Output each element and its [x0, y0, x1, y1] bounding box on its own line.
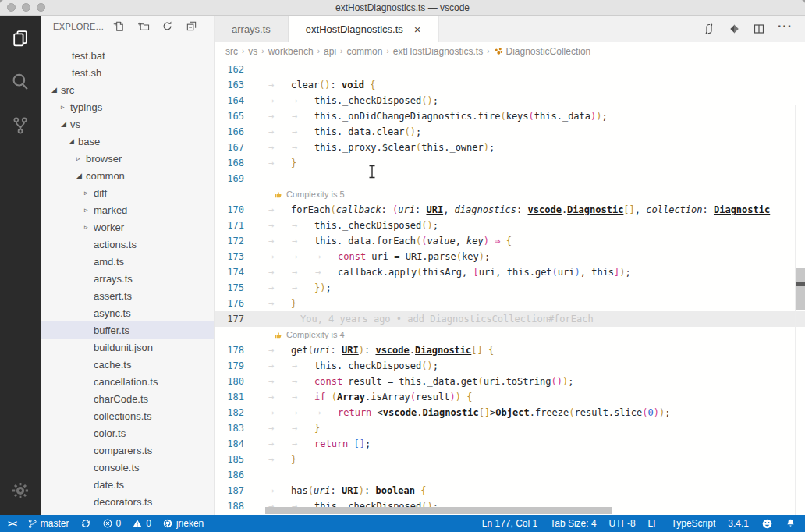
- code-line-179[interactable]: 179→→this._checkDisposed();: [215, 358, 805, 374]
- tree-item-worker[interactable]: ▹worker: [41, 218, 214, 236]
- status-github[interactable]: jrieken: [162, 518, 204, 529]
- tab-arrays.ts[interactable]: arrays.ts: [215, 16, 289, 42]
- status-remote[interactable]: ><: [8, 519, 16, 528]
- code-line-167[interactable]: 167→→this._proxy.$clear(this._owner);: [215, 140, 805, 155]
- tree-item-marked[interactable]: ▹marked: [41, 201, 214, 218]
- status-warning[interactable]: 0: [132, 518, 151, 529]
- breadcrumb-item[interactable]: extHostDiagnostics.ts: [393, 46, 483, 57]
- tree-item-date.ts[interactable]: date.ts: [41, 476, 214, 493]
- code-line-169[interactable]: 169: [215, 171, 805, 186]
- code-line-166[interactable]: 166→→this._data.clear();: [215, 124, 805, 140]
- tree-item-test.bat[interactable]: test.bat: [41, 47, 214, 64]
- code-line-186[interactable]: 186: [215, 467, 805, 483]
- code-line-164[interactable]: 164→→this._checkDisposed();: [215, 93, 805, 108]
- code-line-178[interactable]: 178→get(uri: URI): vscode.Diagnostic[] {: [215, 342, 805, 358]
- code-line-171[interactable]: 171→→this._checkDisposed();: [215, 218, 805, 233]
- status-smiley[interactable]: [761, 518, 773, 530]
- new-folder-icon[interactable]: [137, 20, 150, 33]
- status-tab-size-4[interactable]: Tab Size: 4: [550, 518, 596, 529]
- code-line-183[interactable]: 183→→}: [215, 420, 805, 436]
- code-line-185[interactable]: 185→}: [215, 452, 805, 467]
- tree-item-browser[interactable]: ▹browser: [41, 150, 214, 167]
- more-icon[interactable]: ···: [778, 20, 793, 34]
- tree-item-charCode.ts[interactable]: charCode.ts: [41, 390, 214, 407]
- tree-item-base[interactable]: ◢base: [41, 133, 214, 150]
- tree-item-decorators.ts[interactable]: decorators.ts: [41, 493, 214, 510]
- code-line-176[interactable]: 176→}: [215, 296, 805, 311]
- tree-item-amd.ts[interactable]: amd.ts: [41, 253, 214, 270]
- tree-item-buffer.ts[interactable]: buffer.ts: [41, 321, 214, 339]
- status-ln-177-col-1[interactable]: Ln 177, Col 1: [482, 518, 537, 529]
- status-lf[interactable]: LF: [648, 518, 659, 529]
- code-line-175[interactable]: 175→→});: [215, 280, 805, 296]
- tree-item-[interactable]: ··· ········: [41, 37, 214, 47]
- code-line-180[interactable]: 180→→const result = this._data.get(uri.t…: [215, 374, 805, 389]
- tree-item-vs[interactable]: ◢vs: [41, 115, 214, 133]
- tab-extHostDiagnostics.ts[interactable]: extHostDiagnostics.ts×: [289, 16, 439, 42]
- settings-gear-icon[interactable]: [7, 477, 34, 504]
- tree-item-actions.ts[interactable]: actions.ts: [41, 236, 214, 253]
- tree-item-async.ts[interactable]: async.ts: [41, 304, 214, 321]
- code-line-173[interactable]: 173→→→const uri = URI.parse(key);: [215, 249, 805, 264]
- breadcrumb-item[interactable]: vs: [248, 46, 257, 57]
- sync-editor-icon[interactable]: [703, 23, 715, 35]
- open-changes-diamond-icon[interactable]: [728, 23, 740, 35]
- code-line-174[interactable]: 174→→→callback.apply(thisArg, [uri, this…: [215, 264, 805, 280]
- code-line-182[interactable]: 182→→→return <vscode.Diagnostic[]>Object…: [215, 405, 805, 420]
- tree-item-diff[interactable]: ▹diff: [41, 184, 214, 201]
- code-line-168[interactable]: 168→}: [215, 155, 805, 171]
- code-line-172[interactable]: 172→→this._data.forEach((value, key) ⇒ {: [215, 233, 805, 249]
- code-line-content: →}: [268, 296, 805, 311]
- breadcrumb-item[interactable]: workbench: [268, 46, 314, 57]
- status-bell[interactable]: [785, 518, 796, 529]
- tree-item-test.sh[interactable]: test.sh: [41, 64, 214, 81]
- code-line-165[interactable]: 165→→this._onDidChangeDiagnostics.fire(k…: [215, 108, 805, 124]
- collapse-all-icon[interactable]: [186, 20, 198, 33]
- status-error[interactable]: 0: [102, 518, 122, 529]
- tree-item-cancellation.ts[interactable]: cancellation.ts: [41, 373, 214, 390]
- code-lens[interactable]: Complexity is 5: [215, 186, 805, 202]
- tree-item-comparers.ts[interactable]: comparers.ts: [41, 442, 214, 459]
- vertical-scrollbar[interactable]: [796, 268, 805, 310]
- code-line-170[interactable]: 170→forEach(callback: (uri: URI, diagnos…: [215, 202, 805, 218]
- status-sync[interactable]: [80, 518, 91, 529]
- code-line-163[interactable]: 163→clear(): void {: [215, 77, 805, 93]
- tree-item-collections.ts[interactable]: collections.ts: [41, 407, 214, 424]
- code-line-162[interactable]: 162: [215, 62, 805, 77]
- tree-item-buildunit.json[interactable]: buildunit.json: [41, 339, 214, 356]
- status-utf-8[interactable]: UTF-8: [609, 518, 636, 529]
- code-editor[interactable]: 162163→clear(): void {164→→this._checkDi…: [215, 60, 805, 515]
- search-icon[interactable]: [7, 69, 34, 95]
- source-control-icon[interactable]: [7, 112, 34, 139]
- breadcrumb-item[interactable]: src: [225, 46, 238, 57]
- tree-item-arrays.ts[interactable]: arrays.ts: [41, 270, 214, 287]
- tree-item-label: ··· ········: [72, 40, 118, 47]
- whitespace-tab-arrow: →: [291, 108, 314, 124]
- tree-item-src[interactable]: ◢src: [41, 81, 214, 98]
- status-3-4-1[interactable]: 3.4.1: [728, 518, 749, 529]
- close-tab-icon[interactable]: ×: [414, 23, 421, 35]
- tree-item-assert.ts[interactable]: assert.ts: [41, 287, 214, 304]
- refresh-icon[interactable]: [161, 20, 174, 33]
- code-line-181[interactable]: 181→→if (Array.isArray(result)) {: [215, 389, 805, 405]
- new-file-icon[interactable]: [113, 20, 126, 33]
- tree-item-cache.ts[interactable]: cache.ts: [41, 356, 214, 373]
- tree-item-typings[interactable]: ▹typings: [41, 98, 214, 115]
- horizontal-scrollbar[interactable]: [265, 507, 612, 514]
- code-line-177[interactable]: 177You, 4 years ago • add DiagnosticsCol…: [215, 311, 805, 327]
- tab-label: arrays.ts: [232, 23, 271, 35]
- split-editor-icon[interactable]: [753, 23, 765, 35]
- explorer-icon[interactable]: [7, 25, 34, 51]
- code-line-184[interactable]: 184→→return [];: [215, 436, 805, 452]
- breadcrumb-symbol[interactable]: DiagnosticCollection: [494, 46, 591, 57]
- status-branch[interactable]: master: [27, 518, 69, 529]
- status-typescript[interactable]: TypeScript: [672, 518, 716, 529]
- tree-item-common[interactable]: ◢common: [41, 167, 214, 184]
- breadcrumb-item[interactable]: api: [324, 46, 336, 57]
- code-line-content: [268, 467, 805, 483]
- breadcrumb-item[interactable]: common: [346, 46, 382, 57]
- tree-item-console.ts[interactable]: console.ts: [41, 459, 214, 476]
- tree-item-color.ts[interactable]: color.ts: [41, 424, 214, 442]
- code-lens[interactable]: Complexity is 4: [215, 327, 805, 342]
- code-line-187[interactable]: 187→has(uri: URI): boolean {: [215, 483, 805, 498]
